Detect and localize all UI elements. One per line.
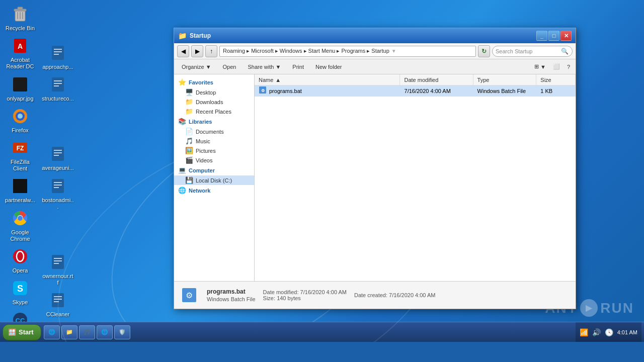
desktop-icon-acrobat[interactable]: A Acrobat Reader DC	[3, 34, 38, 71]
help-button[interactable]: ?	[565, 62, 573, 71]
downloads-nav-label: Downloads	[196, 99, 223, 105]
taskbar-security[interactable]: 🛡️	[114, 325, 130, 339]
address-path[interactable]: Roaming ▸ Microsoft ▸ Windows ▸ Start Me…	[219, 46, 476, 57]
desktop-icon-firefox[interactable]: Firefox	[3, 105, 38, 135]
view-dropdown-icon: ▼	[540, 64, 546, 70]
averageuni-label: averageuni...	[42, 165, 74, 171]
svg-rect-41	[54, 185, 62, 186]
maximize-button[interactable]: □	[548, 31, 559, 41]
up-button[interactable]: ↑	[205, 45, 217, 57]
column-header-type[interactable]: Type	[473, 74, 537, 85]
window-title-icon: 📁	[178, 32, 187, 40]
date-created-value: 7/16/2020 4:00 AM	[389, 292, 435, 298]
file-name-cell: ⚙ programs.bat	[255, 86, 400, 96]
help-icon: ?	[567, 64, 570, 70]
computer-nav-icon: 💻	[178, 166, 186, 174]
toolbar-right: ⊞ ▼ ⬜ ?	[532, 62, 573, 71]
toolbar: Organize ▼ Open Share with ▼ Print New f…	[174, 59, 576, 74]
firefox-icon	[10, 106, 30, 126]
share-with-button[interactable]: Share with ▼	[243, 62, 285, 71]
organize-button[interactable]: Organize ▼	[177, 62, 216, 71]
nav-item-videos[interactable]: 🎬 Videos	[174, 155, 254, 165]
close-button[interactable]: ✕	[560, 31, 572, 41]
file-name-text: programs.bat	[269, 88, 302, 94]
svg-rect-45	[54, 260, 62, 261]
status-details: Windows Batch File	[207, 296, 256, 302]
network-section[interactable]: 🌐 Network	[174, 185, 254, 196]
desktop-icon-skype[interactable]: S Skype	[3, 277, 38, 307]
libraries-section[interactable]: 📚 Libraries	[174, 116, 254, 127]
structureco-label: structureco...	[42, 96, 74, 102]
local-disk-nav-label: Local Disk (C:)	[196, 177, 232, 184]
start-button[interactable]: 🪟 Start	[3, 324, 41, 340]
desktop-icon-onlyapr[interactable]: onlyapr.jpg	[3, 73, 38, 104]
desktop-icon-coursesets[interactable]: ownernour.rtf	[40, 250, 75, 288]
back-button[interactable]: ◀	[177, 45, 189, 57]
approachp-icon	[48, 43, 68, 63]
column-header-size[interactable]: Size	[536, 74, 576, 85]
column-header-date[interactable]: Date modified	[400, 74, 473, 85]
desktop-icon-chrome[interactable]: Google Chrome	[3, 207, 38, 244]
recent-nav-label: Recent Places	[196, 109, 231, 115]
nav-item-recent[interactable]: 📁 Recent Places	[174, 107, 254, 116]
nav-item-documents[interactable]: 📄 Documents	[174, 127, 254, 136]
taskbar-ie[interactable]: 🌐	[44, 325, 60, 339]
print-button[interactable]: Print	[288, 62, 308, 71]
desktop-icon-opera[interactable]: Opera	[3, 245, 38, 276]
organize-dropdown-icon: ▼	[206, 64, 211, 70]
nav-item-desktop[interactable]: 🖥️ Desktop	[174, 87, 254, 97]
pictures-nav-icon: 🖼️	[185, 147, 193, 154]
column-header-name[interactable]: Name ▲	[255, 74, 400, 85]
svg-rect-61	[182, 288, 196, 302]
favorites-section[interactable]: ⭐ Favorites	[174, 77, 254, 87]
desktop-icon-bostonadmi[interactable]: bostonadmi...	[40, 174, 75, 212]
desktop-icon-partneralw[interactable]: partneralw...	[3, 174, 38, 205]
nav-item-music[interactable]: 🎵 Music	[174, 136, 254, 146]
refresh-button[interactable]: ↻	[478, 45, 490, 57]
computer-section[interactable]: 💻 Computer	[174, 165, 254, 175]
nav-item-local-disk[interactable]: 💾 Local Disk (C:)	[174, 175, 254, 185]
new-folder-button[interactable]: New folder	[311, 62, 347, 71]
videos-nav-label: Videos	[196, 157, 212, 163]
taskbar-media[interactable]: 🎵	[79, 325, 95, 339]
organize-label: Organize	[182, 64, 204, 70]
documents-nav-label: Documents	[196, 129, 224, 135]
search-input[interactable]	[496, 48, 561, 54]
filezilla-label: FileZilla Client	[4, 159, 36, 172]
files-header: Name ▲ Date modified Type Size	[255, 74, 576, 85]
nav-item-pictures[interactable]: 🖼️ Pictures	[174, 146, 254, 155]
recycle-bin-label: Recycle Bin	[6, 25, 35, 32]
chrome-taskbar-icon: 🌐	[101, 329, 108, 335]
content-area: ⭐ Favorites 🖥️ Desktop 📁 Downloads 📁 Rec…	[174, 74, 576, 281]
forward-button[interactable]: ▶	[191, 45, 203, 57]
media-icon: 🎵	[84, 329, 91, 335]
pictures-nav-label: Pictures	[196, 148, 216, 154]
status-date-modified: Date modified: 7/16/2020 4:00 AM	[263, 289, 347, 295]
preview-pane-button[interactable]: ⬜	[550, 62, 562, 71]
chrome-icon	[10, 208, 30, 228]
libraries-label: Libraries	[189, 119, 212, 125]
svg-text:A: A	[18, 42, 23, 50]
view-options-button[interactable]: ⊞ ▼	[532, 62, 548, 71]
desktop-icon-averageuni[interactable]: averageuni...	[40, 142, 75, 173]
file-row-programs-bat[interactable]: ⚙ programs.bat 7/16/2020 4:00 AM Windows…	[255, 85, 576, 97]
documents-nav-icon: 📄	[185, 128, 193, 135]
acrobat-label: Acrobat Reader DC	[4, 57, 36, 70]
nav-item-downloads[interactable]: 📁 Downloads	[174, 97, 254, 107]
taskbar-chrome-btn[interactable]: 🌐	[97, 325, 113, 339]
desktop-icon-filezilla[interactable]: FZ FileZilla Client	[3, 136, 38, 173]
desktop-icon-recycle-bin[interactable]: Recycle Bin	[3, 3, 38, 33]
status-filetype: Windows Batch File	[207, 296, 256, 302]
minimize-button[interactable]: _	[536, 31, 547, 41]
file-date-text: 7/16/2020 4:00 AM	[405, 88, 451, 94]
search-icon[interactable]: 🔍	[561, 48, 569, 55]
desktop-icon-ownernour[interactable]: CCleaner	[40, 289, 75, 319]
desktop-icon-approachp[interactable]: approachp...	[40, 41, 75, 72]
status-date-created: Date created: 7/16/2020 4:00 AM	[354, 292, 435, 298]
computer-label: Computer	[189, 167, 215, 173]
partneralw-label: partneralw...	[5, 197, 35, 204]
desktop-icon-structureco[interactable]: structureco...	[40, 73, 75, 104]
taskbar-explorer[interactable]: 📁	[61, 325, 77, 339]
acrobat-icon: A	[10, 36, 30, 56]
open-button[interactable]: Open	[218, 62, 241, 71]
